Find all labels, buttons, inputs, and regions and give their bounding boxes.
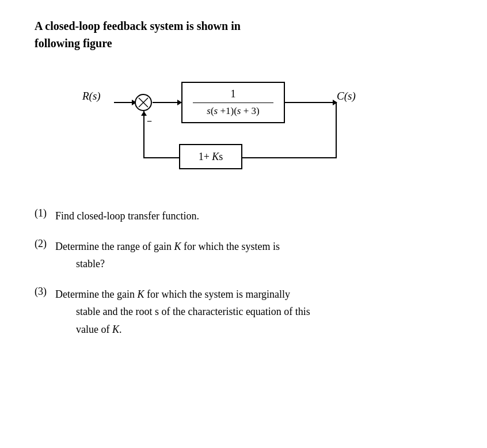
line-output-down: [336, 103, 337, 158]
forward-denominator: s(s +1)(s + 3): [207, 105, 259, 117]
rs-label: R(s): [82, 90, 101, 102]
q3-line2: stable and the root s of the characteris…: [76, 306, 310, 317]
q2-number: (2): [35, 238, 55, 250]
block-diagram: R(s) − 1 s(s +1)(s + 3) C(s): [35, 69, 452, 184]
fraction-line: [193, 102, 273, 104]
q2-continuation: stable?: [76, 258, 105, 269]
cs-label: C(s): [337, 90, 356, 102]
feedback-label: 1+ Ks: [199, 151, 223, 163]
q1-text: Find closed-loop transfer function.: [55, 207, 452, 225]
forward-block: 1 s(s +1)(s + 3): [181, 82, 285, 123]
question-2: (2) Determine the range of gain K for wh…: [35, 238, 452, 273]
line-feedback-horizontal: [143, 157, 179, 158]
line-feedback-vertical: [143, 111, 144, 157]
arrow-output: [285, 102, 337, 103]
q3-line3: value of K.: [76, 324, 122, 335]
title-line2: following figure: [35, 37, 112, 50]
arrow-input: [114, 102, 136, 103]
minus-sign: −: [147, 116, 152, 127]
summing-junction: [134, 93, 153, 112]
question-3: (3) Determine the gain K for which the s…: [35, 286, 452, 339]
q3-number: (3): [35, 286, 55, 298]
arrow-sum-forward: [153, 102, 181, 103]
forward-numerator: 1: [231, 88, 236, 100]
question-1: (1) Find closed-loop transfer function.: [35, 207, 452, 225]
title-line1: A closed-loop feedback system is shown i…: [35, 20, 241, 32]
q2-text: Determine the range of gain K for which …: [55, 238, 452, 273]
q1-number: (1): [35, 207, 55, 219]
q3-text: Determine the gain K for which the syste…: [55, 286, 452, 339]
feedback-block: 1+ Ks: [179, 144, 242, 169]
questions-section: (1) Find closed-loop transfer function. …: [35, 207, 452, 339]
title: A closed-loop feedback system is shown i…: [35, 17, 452, 52]
